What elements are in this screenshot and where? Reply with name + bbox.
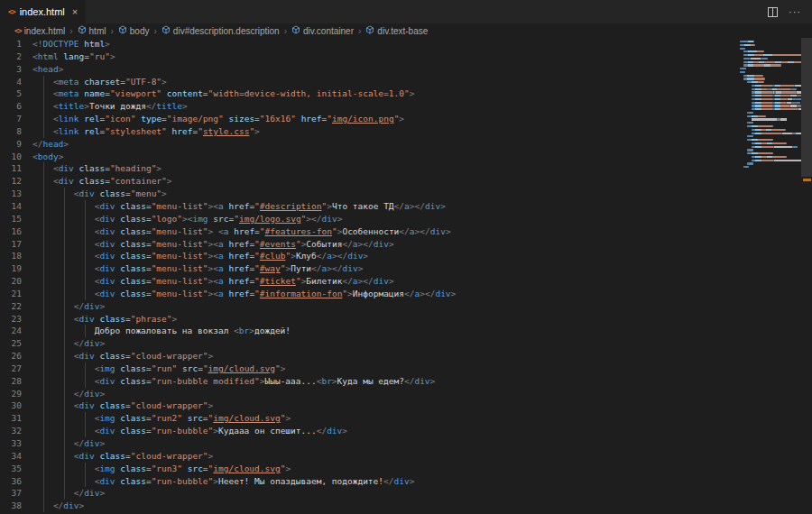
code-token: > [110,51,115,61]
minimap-line [740,162,753,164]
code-line-28[interactable]: 28 <div class="run-bubble modified">Ыыы-… [0,375,738,388]
code-token: div [84,488,99,498]
code-line-19[interactable]: 19 <div class="menu-list"><a href="#way"… [0,262,738,275]
minimap-segment [795,61,801,63]
code-line-31[interactable]: 31 <img class="run2" src="img/cloud.svg"… [0,412,738,425]
code-token: div [99,251,115,261]
code-line-2[interactable]: 2<html lang="ru"> [0,50,738,63]
overview-ruler-marker [803,179,811,181]
indent-guide [64,300,65,313]
breadcrumb-item-div-description-description[interactable]: div#description.description [161,25,280,36]
minimap-line [740,71,745,73]
code-token: "run" [152,363,178,373]
symbol-element-icon [291,25,300,36]
code-token: > [285,464,291,473]
tab-index-html[interactable]: <> index.html × [0,0,87,23]
code-token: title [156,101,182,111]
code-line-14[interactable]: 14 <div class="menu-list"><a href="#desc… [0,200,738,213]
code-token: </ [146,101,156,111]
symbol-element-icon [161,25,171,36]
minimap-segment [749,50,755,52]
code-token: class [120,251,146,261]
line-number: 17 [0,238,32,251]
code-line-10[interactable]: 10<body> [0,151,738,163]
code-token: Нееет! Мы опаздываем, подождите! [218,476,383,486]
breadcrumb-item-body[interactable]: body [118,25,150,36]
code-line-15[interactable]: 15 <div class="logo"><img src="img/logo.… [0,213,738,225]
code-token: class [120,263,146,273]
tab-close-icon[interactable]: × [72,6,78,17]
code-line-30[interactable]: 30 <div class="cloud-wrapper"> [0,399,738,412]
line-number: 27 [0,363,32,375]
code-line-36[interactable]: 36 <div class="run-bubble">Нееет! Мы опа… [0,475,738,488]
code-line-18[interactable]: 18 <div class="menu-list"><a href="#club… [0,250,738,262]
code-line-33[interactable]: 33 </div> [0,437,738,450]
breadcrumb-item-div-container[interactable]: div.container [291,25,354,36]
code-line-6[interactable]: 6 <title>Точки дождя</title> [0,100,738,113]
code-line-9[interactable]: 9</head> [0,138,738,151]
code-token: html [79,39,106,49]
code-line-16[interactable]: 16 <div class="menu-list"> <a href="#fea… [0,225,738,238]
minimap-line [740,125,773,127]
minimap-line [740,105,801,106]
code-line-1[interactable]: 1<!DOCTYPE html> [0,38,738,50]
code-token: div [435,289,450,298]
code-token: > [156,163,161,173]
scrollbar[interactable] [801,38,812,514]
code-line-11[interactable]: 11 <div class="heading"> [0,162,738,175]
code-line-26[interactable]: 26 <div class="cloud-wrapper"> [0,350,738,363]
code-line-13[interactable]: 13 <div class="menu"> [0,188,738,200]
line-number: 26 [0,350,32,363]
code-line-20[interactable]: 20 <div class="menu-list"><a href="#tick… [0,275,738,288]
code-token: div [84,301,99,311]
code-area[interactable]: 1<!DOCTYPE html>2<html lang="ru">3<head>… [0,38,738,512]
code-line-29[interactable]: 29 </div> [0,388,738,400]
code-line-35[interactable]: 35 <img class="run3" src="img/cloud.svg"… [0,463,738,475]
code-line-5[interactable]: 5 <meta name="viewport" content="width=d… [0,87,738,100]
code-line-23[interactable]: 23 <div class="phrase"> [0,313,738,326]
minimap-segment [751,58,761,60]
minimap-line [740,44,755,46]
minimap[interactable] [740,38,801,514]
minimap-segment [786,156,787,158]
code-line-27[interactable]: 27 <img class="run" src="img/cloud.svg"> [0,363,738,375]
code-line-22[interactable]: 22 </div> [0,300,738,313]
code-line-4[interactable]: 4 <meta charset="UTF-8"> [0,76,738,88]
code-line-8[interactable]: 8 <link rel="stylesheet" href="style.css… [0,125,738,138]
code-line-34[interactable]: 34 <div class="cloud-wrapper"> [0,450,738,463]
indent-guide [64,388,65,400]
code-token: > [208,400,214,410]
code-line-32[interactable]: 32 <div class="run-bubble">Кудааа он спе… [0,425,738,437]
code-line-38[interactable]: 38 </div> [0,500,738,512]
more-actions-icon[interactable]: ··· [789,7,801,17]
minimap-segment [772,129,785,131]
code-line-7[interactable]: 7 <link rel="icon" type="image/png" size… [0,113,738,125]
code-token [32,314,74,324]
code-line-21[interactable]: 21 <div class="menu-list"><a href="#info… [0,288,738,300]
breadcrumb-item-html[interactable]: html [78,25,106,36]
code-line-37[interactable]: 37 </div> [0,487,738,500]
code-line-24[interactable]: 24 Добро пожаловать на вокзал <br>дождей… [0,325,738,337]
code-token: > [281,363,286,373]
breadcrumb-item-div-text-base[interactable]: div.text-base [365,25,428,36]
code-line-25[interactable]: 25 </div> [0,337,738,350]
code-token: br [321,376,331,386]
code-token: "cloud-wrapper" [131,351,208,361]
code-token: class [120,276,146,286]
scrollbar-slider[interactable] [801,38,812,177]
indent-guide [43,500,44,512]
line-number: 14 [0,200,32,213]
minimap-segment [761,98,772,100]
code-line-12[interactable]: 12 <div class="container"> [0,175,738,188]
minimap-segment [740,125,747,127]
code-token: #club [260,251,286,261]
code-line-3[interactable]: 3<head> [0,63,738,76]
code-editor[interactable]: 1<!DOCTYPE html>2<html lang="ru">3<head>… [0,38,812,514]
code-token: name [84,88,105,98]
breadcrumb-item-index-html[interactable]: <>index.html [14,26,65,36]
minimap-segment [761,133,781,134]
code-token: > [358,263,364,273]
indent-guide [85,475,86,488]
split-editor-icon[interactable] [768,7,778,17]
code-line-17[interactable]: 17 <div class="menu-list"><a href="#even… [0,238,738,251]
